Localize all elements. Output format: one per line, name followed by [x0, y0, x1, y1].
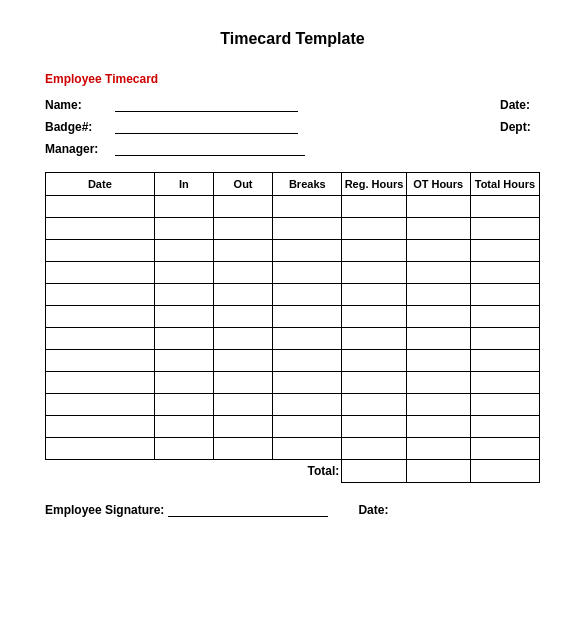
table-cell[interactable]: [154, 394, 213, 416]
total-reg-value[interactable]: [342, 460, 406, 483]
table-cell[interactable]: [213, 416, 272, 438]
table-cell[interactable]: [154, 262, 213, 284]
table-cell[interactable]: [273, 196, 342, 218]
table-cell[interactable]: [342, 262, 406, 284]
table-cell[interactable]: [406, 394, 470, 416]
table-cell[interactable]: [470, 196, 539, 218]
table-cell[interactable]: [154, 438, 213, 460]
table-cell[interactable]: [406, 350, 470, 372]
table-cell[interactable]: [213, 240, 272, 262]
table-cell[interactable]: [406, 306, 470, 328]
table-cell[interactable]: [273, 284, 342, 306]
table-cell[interactable]: [213, 350, 272, 372]
table-cell[interactable]: [273, 328, 342, 350]
table-cell[interactable]: [273, 306, 342, 328]
table-cell[interactable]: [406, 372, 470, 394]
table-cell[interactable]: [213, 284, 272, 306]
table-cell[interactable]: [213, 218, 272, 240]
manager-field[interactable]: [115, 140, 305, 156]
table-cell[interactable]: [470, 438, 539, 460]
badge-dept-row: Badge#: Dept:: [45, 118, 540, 134]
table-cell[interactable]: [46, 416, 155, 438]
table-cell[interactable]: [342, 416, 406, 438]
table-cell[interactable]: [470, 306, 539, 328]
total-row: Total:: [46, 460, 540, 483]
footer-date-label: Date:: [358, 503, 388, 517]
table-cell[interactable]: [154, 350, 213, 372]
table-cell[interactable]: [273, 416, 342, 438]
table-cell[interactable]: [470, 416, 539, 438]
header-in: In: [154, 173, 213, 196]
table-cell[interactable]: [470, 328, 539, 350]
table-cell[interactable]: [213, 262, 272, 284]
table-cell[interactable]: [406, 218, 470, 240]
table-cell[interactable]: [213, 328, 272, 350]
table-cell[interactable]: [470, 394, 539, 416]
table-cell[interactable]: [342, 394, 406, 416]
table-cell[interactable]: [406, 240, 470, 262]
table-row: [46, 416, 540, 438]
table-cell[interactable]: [406, 284, 470, 306]
table-cell[interactable]: [46, 240, 155, 262]
table-cell[interactable]: [46, 394, 155, 416]
table-row: [46, 438, 540, 460]
table-row: [46, 306, 540, 328]
table-cell[interactable]: [213, 394, 272, 416]
table-cell[interactable]: [273, 218, 342, 240]
table-cell[interactable]: [46, 284, 155, 306]
table-row: [46, 262, 540, 284]
table-cell[interactable]: [154, 416, 213, 438]
table-cell[interactable]: [342, 240, 406, 262]
table-cell[interactable]: [154, 196, 213, 218]
table-cell[interactable]: [342, 218, 406, 240]
table-cell[interactable]: [406, 262, 470, 284]
total-ot-value[interactable]: [406, 460, 470, 483]
table-cell[interactable]: [46, 196, 155, 218]
table-cell[interactable]: [154, 328, 213, 350]
table-cell[interactable]: [213, 196, 272, 218]
table-cell[interactable]: [46, 262, 155, 284]
table-cell[interactable]: [342, 306, 406, 328]
table-cell[interactable]: [273, 394, 342, 416]
badge-field[interactable]: [115, 118, 298, 134]
table-cell[interactable]: [470, 350, 539, 372]
table-cell[interactable]: [46, 306, 155, 328]
table-cell[interactable]: [213, 372, 272, 394]
table-cell[interactable]: [273, 438, 342, 460]
table-cell[interactable]: [342, 438, 406, 460]
table-cell[interactable]: [406, 328, 470, 350]
table-cell[interactable]: [46, 438, 155, 460]
table-cell[interactable]: [470, 218, 539, 240]
table-cell[interactable]: [342, 196, 406, 218]
table-cell[interactable]: [406, 416, 470, 438]
table-cell[interactable]: [154, 240, 213, 262]
table-cell[interactable]: [46, 350, 155, 372]
signature-field[interactable]: [168, 501, 328, 517]
table-cell[interactable]: [213, 438, 272, 460]
table-cell[interactable]: [470, 262, 539, 284]
table-cell[interactable]: [46, 328, 155, 350]
table-cell[interactable]: [342, 328, 406, 350]
table-cell[interactable]: [154, 306, 213, 328]
table-cell[interactable]: [273, 350, 342, 372]
table-cell[interactable]: [273, 262, 342, 284]
table-cell[interactable]: [154, 284, 213, 306]
table-cell[interactable]: [273, 240, 342, 262]
table-cell[interactable]: [342, 284, 406, 306]
total-hours-value[interactable]: [470, 460, 539, 483]
table-row: [46, 328, 540, 350]
name-field[interactable]: [115, 96, 298, 112]
table-cell[interactable]: [470, 372, 539, 394]
table-cell[interactable]: [342, 350, 406, 372]
table-cell[interactable]: [46, 218, 155, 240]
table-cell[interactable]: [46, 372, 155, 394]
table-cell[interactable]: [470, 240, 539, 262]
table-cell[interactable]: [470, 284, 539, 306]
table-cell[interactable]: [406, 196, 470, 218]
table-cell[interactable]: [154, 372, 213, 394]
table-cell[interactable]: [273, 372, 342, 394]
table-cell[interactable]: [406, 438, 470, 460]
table-cell[interactable]: [342, 372, 406, 394]
table-cell[interactable]: [213, 306, 272, 328]
table-cell[interactable]: [154, 218, 213, 240]
